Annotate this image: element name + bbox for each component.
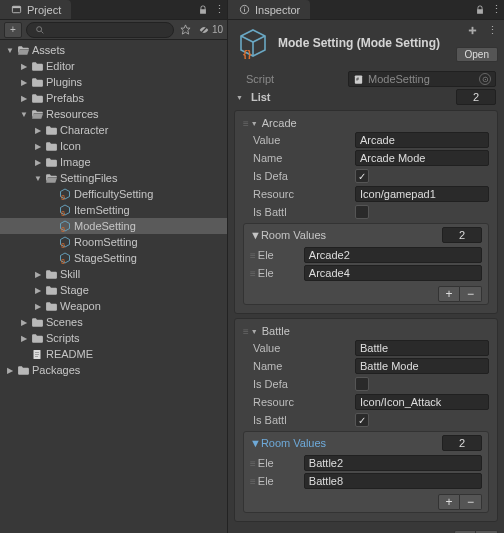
tree-row-settingfiles[interactable]: ▼SettingFiles xyxy=(0,170,227,186)
preset-icon[interactable] xyxy=(464,24,480,37)
drag-handle-icon[interactable]: ≡ xyxy=(250,268,254,279)
hidden-count[interactable]: 10 xyxy=(198,24,223,35)
room-add-button[interactable]: + xyxy=(438,494,460,510)
tab-project[interactable]: Project xyxy=(0,0,71,19)
tree-row-weapon[interactable]: ▶Weapon xyxy=(0,298,227,314)
room-count-field[interactable]: 2 xyxy=(442,435,482,451)
folder-open-icon xyxy=(16,43,30,57)
tree-row-image[interactable]: ▶Image xyxy=(0,154,227,170)
list-header[interactable]: ▼ List 2 xyxy=(228,88,504,106)
element-field[interactable]: Arcade4 xyxy=(304,265,482,281)
add-button[interactable]: + xyxy=(4,22,22,38)
menu-icon[interactable]: ⋮ xyxy=(211,0,227,19)
list-size-field[interactable]: 2 xyxy=(456,89,496,105)
favorite-icon[interactable] xyxy=(178,24,194,35)
expand-toggle[interactable]: ▶ xyxy=(18,62,30,71)
tree-row-stagesetting[interactable]: {}StageSetting xyxy=(0,250,227,266)
room-count-field[interactable]: 2 xyxy=(442,227,482,243)
menu-icon[interactable]: ⋮ xyxy=(484,24,500,37)
tree-row-character[interactable]: ▶Character xyxy=(0,122,227,138)
tree-row-packages[interactable]: ▶Packages xyxy=(0,362,227,378)
element-field[interactable]: Arcade2 xyxy=(304,247,482,263)
expand-toggle[interactable]: ▶ xyxy=(18,94,30,103)
name-field[interactable]: Battle Mode xyxy=(355,358,489,374)
room-values-header[interactable]: ▼Room Values 2 xyxy=(244,224,488,246)
tree-row-roomsetting[interactable]: {}RoomSetting xyxy=(0,234,227,250)
tree-row-modesetting[interactable]: {}ModeSetting xyxy=(0,218,227,234)
expand-toggle[interactable]: ▶ xyxy=(32,286,44,295)
tree-row-readme[interactable]: README xyxy=(0,346,227,362)
drag-handle-icon[interactable]: ≡ xyxy=(250,476,254,487)
isdefault-checkbox[interactable] xyxy=(355,377,369,391)
tree-row-plugins[interactable]: ▶Plugins xyxy=(0,74,227,90)
drag-handle-icon[interactable]: ≡ xyxy=(243,118,247,129)
expand-toggle[interactable]: ▼ xyxy=(32,174,44,183)
element-row[interactable]: ≡ Ele Battle2 xyxy=(244,454,488,472)
expand-toggle[interactable]: ▶ xyxy=(32,270,44,279)
lock-icon[interactable] xyxy=(195,0,211,19)
name-field[interactable]: Arcade Mode xyxy=(355,150,489,166)
drag-handle-icon[interactable]: ≡ xyxy=(243,326,247,337)
open-button[interactable]: Open xyxy=(456,47,498,62)
tree-row-itemsetting[interactable]: {}ItemSetting xyxy=(0,202,227,218)
room-values-header[interactable]: ▼Room Values 2 xyxy=(244,432,488,454)
tree-row-assets[interactable]: ▼Assets xyxy=(0,42,227,58)
expand-toggle[interactable]: ▶ xyxy=(32,158,44,167)
expand-toggle[interactable]: ▶ xyxy=(32,302,44,311)
resource-field[interactable]: Icon/Icon_Attack xyxy=(355,394,489,410)
value-field[interactable]: Battle xyxy=(355,340,489,356)
expand-toggle[interactable]: ▶ xyxy=(18,334,30,343)
resource-field[interactable]: Icon/gamepad1 xyxy=(355,186,489,202)
element-field[interactable]: Battle8 xyxy=(304,473,482,489)
expand-toggle[interactable]: ▶ xyxy=(32,126,44,135)
isbattle-checkbox[interactable]: ✓ xyxy=(355,413,369,427)
search-input[interactable] xyxy=(26,22,174,38)
element-row[interactable]: ≡ Ele Arcade4 xyxy=(244,264,488,282)
list-item-arcade: ≡ ▼Arcade Value Arcade Name Arcade Mode … xyxy=(234,110,498,314)
expand-toggle[interactable]: ▶ xyxy=(32,142,44,151)
room-remove-button[interactable]: − xyxy=(460,286,482,302)
tree-row-editor[interactable]: ▶Editor xyxy=(0,58,227,74)
object-picker-icon[interactable]: ⊙ xyxy=(479,73,491,85)
tree-label: Assets xyxy=(32,44,65,56)
so-icon: {} xyxy=(58,219,72,233)
item-header[interactable]: ≡ ▼Battle xyxy=(237,323,495,339)
isdefault-checkbox[interactable]: ✓ xyxy=(355,169,369,183)
script-object-field[interactable]: # ModeSetting ⊙ xyxy=(348,71,496,87)
element-row[interactable]: ≡ Ele Arcade2 xyxy=(244,246,488,264)
item-header[interactable]: ≡ ▼Arcade xyxy=(237,115,495,131)
folder-icon xyxy=(30,315,44,329)
room-add-button[interactable]: + xyxy=(438,286,460,302)
tree-row-skill[interactable]: ▶Skill xyxy=(0,266,227,282)
room-remove-button[interactable]: − xyxy=(460,494,482,510)
tree-row-stage[interactable]: ▶Stage xyxy=(0,282,227,298)
room-footer-buttons: + − xyxy=(244,490,488,510)
isbattle-checkbox[interactable] xyxy=(355,205,369,219)
value-field[interactable]: Arcade xyxy=(355,132,489,148)
expand-toggle[interactable]: ▶ xyxy=(4,366,16,375)
lock-icon[interactable] xyxy=(472,0,488,19)
project-tree[interactable]: ▼Assets▶Editor▶Plugins▶Prefabs▼Resources… xyxy=(0,40,227,533)
expand-toggle[interactable]: ▼ xyxy=(4,46,16,55)
expand-toggle[interactable]: ▶ xyxy=(18,318,30,327)
tree-row-icon[interactable]: ▶Icon xyxy=(0,138,227,154)
expand-toggle[interactable]: ▼ xyxy=(18,110,30,119)
tab-inspector[interactable]: Inspector xyxy=(228,0,310,19)
drag-handle-icon[interactable]: ≡ xyxy=(250,458,254,469)
tree-label: Stage xyxy=(60,284,89,296)
element-field[interactable]: Battle2 xyxy=(304,455,482,471)
tree-label: Skill xyxy=(60,268,80,280)
tree-row-defficultysetting[interactable]: {}DefficultySetting xyxy=(0,186,227,202)
element-row[interactable]: ≡ Ele Battle8 xyxy=(244,472,488,490)
tree-row-prefabs[interactable]: ▶Prefabs xyxy=(0,90,227,106)
drag-handle-icon[interactable]: ≡ xyxy=(250,250,254,261)
folder-icon xyxy=(44,267,58,281)
project-icon xyxy=(10,4,22,16)
inspector-tab-header: Inspector ⋮ xyxy=(228,0,504,20)
item-name: Battle xyxy=(262,325,290,337)
menu-icon[interactable]: ⋮ xyxy=(488,0,504,19)
tree-row-scripts[interactable]: ▶Scripts xyxy=(0,330,227,346)
tree-row-scenes[interactable]: ▶Scenes xyxy=(0,314,227,330)
tree-row-resources[interactable]: ▼Resources xyxy=(0,106,227,122)
expand-toggle[interactable]: ▶ xyxy=(18,78,30,87)
